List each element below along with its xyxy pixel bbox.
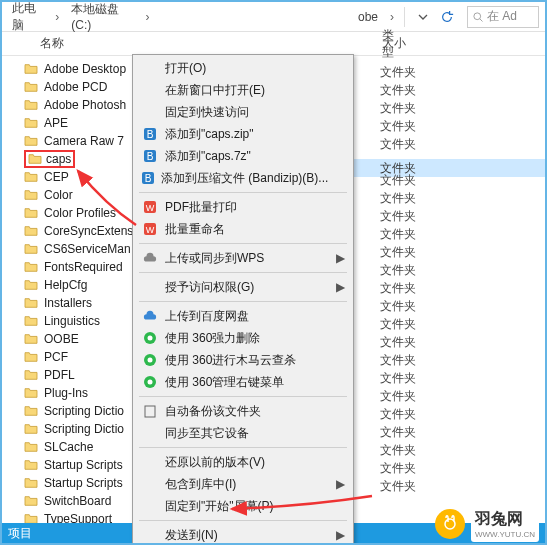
list-item[interactable]: Startup Scripts	[24, 474, 132, 492]
folder-icon	[24, 423, 38, 435]
list-item[interactable]: APE	[24, 114, 132, 132]
rabbit-icon	[435, 509, 465, 539]
svg-point-13	[148, 336, 153, 341]
type-cell: 文件夹	[380, 99, 416, 117]
list-item[interactable]: HelpCfg	[24, 276, 132, 294]
chevron-right-icon: ›	[51, 8, 63, 26]
chevron-right-icon: ▶	[336, 280, 345, 294]
folder-icon	[24, 135, 38, 147]
svg-text:B: B	[145, 173, 152, 184]
folder-icon	[24, 297, 38, 309]
type-cell: 文件夹	[380, 225, 416, 243]
menu-send-to[interactable]: 发送到(N)▶	[133, 524, 353, 545]
folder-icon	[24, 99, 38, 111]
type-cell: 文件夹	[380, 387, 416, 405]
search-input[interactable]: 在 Ad	[467, 6, 539, 28]
menu-add-7z[interactable]: B添加到"caps.7z"	[133, 145, 353, 167]
svg-text:W: W	[146, 225, 155, 235]
menu-360-scan[interactable]: 使用 360进行木马云查杀	[133, 349, 353, 371]
menu-upload-wps[interactable]: 上传或同步到WPS▶	[133, 247, 353, 269]
menu-open-new-window[interactable]: 在新窗口中打开(E)	[133, 79, 353, 101]
menu-360-force-delete[interactable]: 使用 360强力删除	[133, 327, 353, 349]
column-header-name[interactable]: 名称	[2, 35, 132, 52]
column-header-size[interactable]: 大小	[382, 35, 406, 52]
list-item[interactable]: Installers	[24, 294, 132, 312]
type-cell: 文件夹	[380, 261, 416, 279]
svg-rect-18	[145, 406, 155, 417]
menu-include-library[interactable]: 包含到库中(I)▶	[133, 473, 353, 495]
cloud-icon	[141, 310, 159, 322]
wps-icon: W	[141, 200, 159, 214]
list-item[interactable]: Scripting Dictio	[24, 402, 132, 420]
menu-add-zip[interactable]: B添加到"caps.zip"	[133, 123, 353, 145]
list-item[interactable]: CoreSyncExtens	[24, 222, 132, 240]
svg-text:B: B	[147, 129, 154, 140]
type-column: 文件夹 文件夹 文件夹 文件夹 文件夹 . 文件夹 文件夹 文件夹 文件夹 文件…	[380, 63, 416, 495]
list-item[interactable]: Camera Raw 7	[24, 132, 132, 150]
brand-name: 羽兔网	[475, 509, 535, 530]
list-item[interactable]: Color	[24, 186, 132, 204]
breadcrumb-part[interactable]: obe	[354, 8, 382, 26]
type-cell: 文件夹	[380, 189, 416, 207]
list-item[interactable]: SwitchBoard	[24, 492, 132, 510]
menu-360-manage[interactable]: 使用 360管理右键菜单	[133, 371, 353, 393]
folder-icon	[24, 243, 38, 255]
list-item[interactable]: Color Profiles	[24, 204, 132, 222]
list-item-selected[interactable]: caps	[24, 150, 132, 168]
list-item[interactable]: Adobe Desktop	[24, 60, 132, 78]
menu-separator	[139, 301, 347, 302]
list-item[interactable]: SLCache	[24, 438, 132, 456]
list-item[interactable]: Scripting Dictio	[24, 420, 132, 438]
list-item[interactable]: Adobe Photosh	[24, 96, 132, 114]
menu-sync-other[interactable]: 同步至其它设备	[133, 422, 353, 444]
svg-line-1	[480, 18, 483, 21]
list-item[interactable]: Plug-Ins	[24, 384, 132, 402]
search-icon	[472, 11, 484, 23]
menu-add-archive[interactable]: B添加到压缩文件 (Bandizip)(B)...	[133, 167, 353, 189]
menu-auto-backup[interactable]: 自动备份该文件夹	[133, 400, 353, 422]
type-cell: 文件夹	[380, 423, 416, 441]
folder-icon	[28, 153, 42, 165]
list-item[interactable]: Startup Scripts	[24, 456, 132, 474]
folder-icon	[24, 459, 38, 471]
folder-icon	[24, 261, 38, 273]
brand-url: WWW.YUTU.CN	[475, 530, 535, 539]
type-cell: 文件夹	[380, 441, 416, 459]
list-item[interactable]: CS6ServiceMan	[24, 240, 132, 258]
list-item[interactable]: OOBE	[24, 330, 132, 348]
folder-icon	[24, 387, 38, 399]
list-item[interactable]: TypeSupport	[24, 510, 132, 523]
type-cell: 文件夹	[380, 279, 416, 297]
menu-batch-rename[interactable]: W批量重命名	[133, 218, 353, 240]
list-item[interactable]: PDFL	[24, 366, 132, 384]
360-icon	[141, 331, 159, 345]
breadcrumb-part[interactable]: 本地磁盘 (C:)	[67, 0, 137, 34]
menu-pin-start[interactable]: 固定到"开始"屏幕(P)	[133, 495, 353, 517]
360-icon	[141, 375, 159, 389]
folder-icon	[24, 63, 38, 75]
watermark-logo: 羽兔网 WWW.YUTU.CN	[435, 506, 539, 542]
bandizip-icon: B	[141, 127, 159, 141]
dropdown-button[interactable]	[411, 6, 435, 28]
list-item[interactable]: Adobe PCD	[24, 78, 132, 96]
refresh-button[interactable]	[435, 6, 459, 28]
menu-separator	[139, 272, 347, 273]
file-list: Adobe Desktop Adobe PCD Adobe Photosh AP…	[2, 56, 132, 523]
menu-restore-previous[interactable]: 还原以前的版本(V)	[133, 451, 353, 473]
menu-pdf-batch[interactable]: WPDF批量打印	[133, 196, 353, 218]
menu-grant-access[interactable]: 授予访问权限(G)▶	[133, 276, 353, 298]
list-item[interactable]: Linguistics	[24, 312, 132, 330]
svg-point-17	[148, 380, 153, 385]
folder-icon	[24, 477, 38, 489]
menu-separator	[139, 243, 347, 244]
list-item[interactable]: PCF	[24, 348, 132, 366]
menu-pin-quick-access[interactable]: 固定到快速访问	[133, 101, 353, 123]
list-item[interactable]: CEP	[24, 168, 132, 186]
list-item[interactable]: FontsRequired	[24, 258, 132, 276]
menu-open[interactable]: 打开(O)	[133, 57, 353, 79]
menu-upload-baidu[interactable]: 上传到百度网盘	[133, 305, 353, 327]
breadcrumb-part[interactable]: 此电脑	[8, 0, 47, 36]
menu-separator	[139, 447, 347, 448]
bandizip-icon: B	[141, 149, 159, 163]
type-cell: 文件夹	[380, 117, 416, 135]
